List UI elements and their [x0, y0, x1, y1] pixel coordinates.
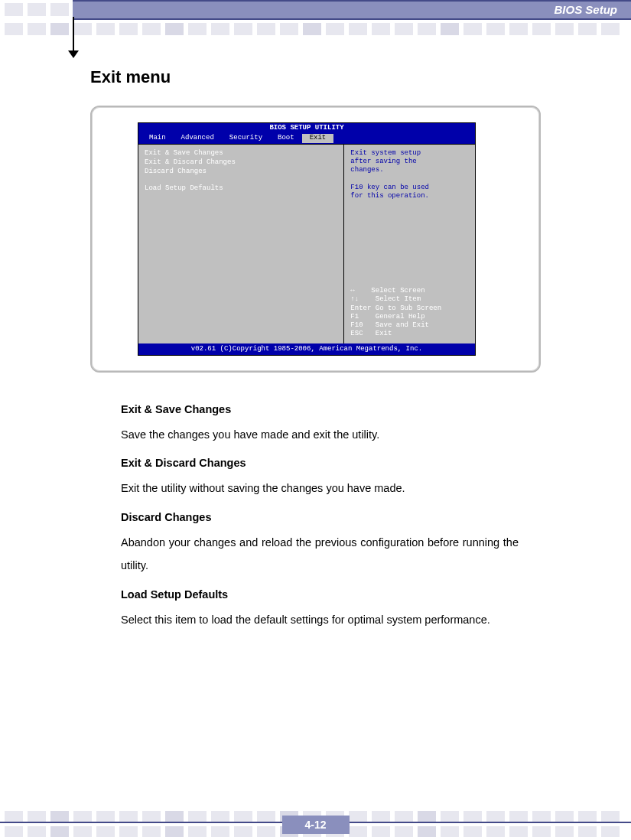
- bios-menu-item[interactable]: Exit & Save Changes: [145, 149, 337, 158]
- bios-tab-exit[interactable]: Exit: [302, 134, 334, 142]
- desc-heading: Load Setup Defaults: [121, 588, 519, 601]
- bios-menu-item[interactable]: Discard Changes: [145, 168, 337, 176]
- descriptions: Exit & Save Changes Save the changes you…: [121, 403, 519, 631]
- header-bar: BIOS Setup: [73, 0, 631, 20]
- bios-utility-title: BIOS SETUP UTILITY: [138, 123, 475, 133]
- bottom-decoration: 4-12: [0, 802, 631, 840]
- arrow-down-icon: [68, 50, 79, 58]
- bios-menu-panel: Exit & Save Changes Exit & Discard Chang…: [138, 145, 344, 343]
- bios-tab-advanced[interactable]: Advanced: [174, 134, 222, 142]
- bios-help-panel: Exit system setup after saving the chang…: [344, 145, 475, 343]
- desc-heading: Exit & Save Changes: [121, 403, 519, 415]
- section-title: Exit menu: [90, 67, 541, 87]
- desc-body: Abandon your changes and reload the prev…: [121, 531, 519, 578]
- bios-screen: BIOS SETUP UTILITY Main Advanced Securit…: [138, 122, 476, 356]
- desc-body: Select this item to load the default set…: [121, 608, 519, 631]
- bios-tab-boot[interactable]: Boot: [270, 134, 302, 142]
- bios-tab-bar: Main Advanced Security Boot Exit: [138, 133, 475, 143]
- top-squares-row: [5, 23, 626, 35]
- bios-key-legend: ↔ Select Screen ↑↓ Select Item Enter Go …: [350, 287, 469, 339]
- desc-heading: Discard Changes: [121, 511, 519, 523]
- desc-heading: Exit & Discard Changes: [121, 457, 519, 469]
- bios-tab-security[interactable]: Security: [222, 134, 270, 142]
- bios-screenshot-frame: BIOS SETUP UTILITY Main Advanced Securit…: [90, 106, 541, 373]
- arrow-line: [73, 17, 74, 52]
- bios-menu-item[interactable]: Load Setup Defaults: [145, 184, 337, 193]
- top-left-squares: [5, 3, 69, 16]
- top-decoration: BIOS Setup: [0, 0, 631, 46]
- bios-menu-item[interactable]: Exit & Discard Changes: [145, 158, 337, 167]
- desc-body: Exit the utility without saving the chan…: [121, 477, 519, 500]
- header-title: BIOS Setup: [554, 3, 617, 16]
- bios-tab-main[interactable]: Main: [141, 134, 174, 142]
- page-number: 4-12: [281, 816, 349, 834]
- bios-help-text: Exit system setup after saving the chang…: [350, 149, 469, 201]
- desc-body: Save the changes you have made and exit …: [121, 423, 519, 446]
- bios-footer: v02.61 (C)Copyright 1985-2006, American …: [138, 343, 475, 355]
